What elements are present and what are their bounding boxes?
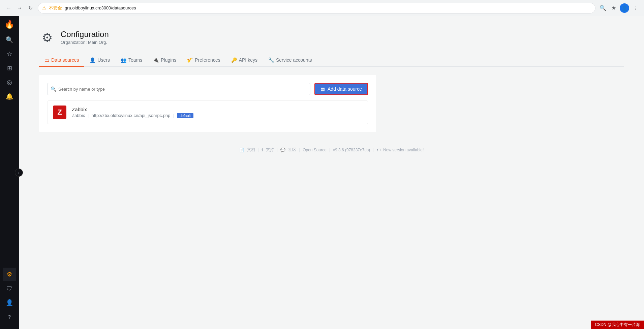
meta-separator-2: | [173, 113, 174, 118]
datasource-name: Zabbix [72, 107, 362, 112]
tab-data-sources[interactable]: 🗃 Data sources [39, 54, 84, 67]
gear-icon: ⚙ [42, 31, 53, 45]
sidebar-collapse-button[interactable]: › [15, 169, 23, 177]
preferences-tab-icon: 🎷 [187, 57, 193, 63]
footer-new-version: New version available! [383, 148, 424, 152]
grafana-logo-icon: 🔥 [4, 20, 14, 29]
alerting-icon: 🔔 [6, 93, 13, 100]
page-subtitle: Organization: Main Org. [61, 40, 109, 45]
teams-tab-label: Teams [128, 57, 142, 63]
footer-docs: 文档 [247, 147, 255, 153]
page-header: ⚙ Configuration Organization: Main Org. [39, 30, 624, 46]
service-accounts-tab-icon: 🔧 [268, 57, 274, 63]
back-button[interactable]: ← [4, 3, 13, 13]
footer-support-icon: ℹ [262, 148, 263, 152]
search-input-wrap: 🔍 [47, 83, 310, 95]
main-content: ⚙ Configuration Organization: Main Org. … [19, 16, 644, 329]
api-keys-tab-label: API keys [239, 57, 257, 63]
browser-nav-buttons: ← → ↻ [4, 3, 35, 13]
browser-right-controls: 🔍 ★ 👤 ⋮ [598, 3, 640, 13]
footer-version: v9.3.6 (978237e7cb) [333, 148, 370, 152]
address-bar[interactable]: ⚠ 不安全 gra.oldboylinux.cn:3000/datasource… [38, 3, 595, 13]
add-datasource-icon: ▦ [320, 86, 325, 92]
datasource-info: Zabbix Zabbix | http://zbx.oldboylinux.c… [72, 107, 362, 118]
zabbix-logo-letter: Z [57, 108, 62, 117]
datasource-url: http://zbx.oldboylinux.cn/api_jsonrpc.ph… [91, 113, 170, 118]
shield-icon: 🛡 [6, 285, 12, 292]
help-icon: ? [8, 314, 11, 320]
page-icon: ⚙ [39, 30, 55, 46]
meta-separator: | [88, 113, 89, 118]
security-warning-icon: ⚠ [42, 5, 46, 10]
tab-api-keys[interactable]: 🔑 API keys [226, 54, 263, 67]
profile-icon: 👤 [6, 299, 13, 306]
tab-teams[interactable]: 👥 Teams [115, 54, 148, 67]
search-row: 🔍 ▦ Add data source [47, 83, 368, 95]
forward-button[interactable]: → [15, 3, 24, 13]
sidebar-item-alerting[interactable]: 🔔 [3, 90, 16, 103]
service-accounts-tab-label: Service accounts [276, 57, 312, 63]
csdn-bottom-bar: CSDN @我心中有一片海 [591, 321, 644, 329]
plugins-tab-label: Plugins [161, 57, 176, 63]
datasource-meta: Zabbix | http://zbx.oldboylinux.cn/api_j… [72, 113, 362, 118]
footer-open-source: Open Source [303, 148, 327, 152]
footer-support: 支持 [266, 147, 274, 153]
footer-docs-icon: 📄 [239, 148, 244, 152]
page-title-wrap: Configuration Organization: Main Org. [61, 30, 109, 45]
search-input[interactable] [47, 83, 310, 95]
profile-button[interactable]: 👤 [620, 3, 629, 13]
url-text: gra.oldboylinux.cn:3000/datasources [65, 5, 591, 10]
sidebar-item-search[interactable]: 🔍 [3, 33, 16, 47]
sidebar-item-profile[interactable]: 👤 [3, 296, 16, 309]
page-footer: 📄 文档 | ℹ 支持 | 💬 社区 | Open Source | v9.3.… [39, 143, 624, 157]
page-title: Configuration [61, 30, 109, 39]
tab-plugins[interactable]: 🔌 Plugins [148, 54, 182, 67]
security-warning-text: 不安全 [49, 5, 62, 11]
add-datasource-label: Add data source [328, 86, 362, 92]
tab-users[interactable]: 👤 Users [84, 54, 115, 67]
datasource-logo: Z [53, 106, 66, 119]
tab-service-accounts[interactable]: 🔧 Service accounts [263, 54, 317, 67]
api-keys-tab-icon: 🔑 [231, 57, 237, 63]
datasource-badge: default [177, 113, 193, 118]
sidebar-item-help[interactable]: ? [3, 310, 16, 324]
table-row[interactable]: Z Zabbix Zabbix | http://zbx.oldboylinux… [47, 100, 368, 124]
app-layout: › 🔥 🔍 ☆ ⊞ ◎ 🔔 ⚙ [0, 16, 644, 329]
sidebar-top: 🔥 🔍 ☆ ⊞ ◎ 🔔 [3, 19, 16, 266]
configuration-icon: ⚙ [7, 271, 12, 278]
tabs-bar: 🗃 Data sources 👤 Users 👥 Teams 🔌 Plugins… [39, 54, 624, 67]
browser-menu-button[interactable]: ⋮ [631, 3, 640, 13]
bookmark-button[interactable]: ★ [609, 3, 618, 13]
sidebar-item-explore[interactable]: ◎ [3, 76, 16, 89]
datasource-list: Z Zabbix Zabbix | http://zbx.oldboylinux… [47, 100, 368, 124]
explore-icon: ◎ [7, 79, 12, 86]
footer-community: 社区 [288, 147, 296, 153]
sidebar-logo: 🔥 [4, 19, 15, 30]
browser-search-button[interactable]: 🔍 [598, 3, 608, 13]
sidebar-item-configuration[interactable]: ⚙ [3, 268, 16, 281]
data-sources-tab-label: Data sources [51, 57, 79, 63]
star-icon: ☆ [7, 50, 12, 58]
browser-chrome: ← → ↻ ⚠ 不安全 gra.oldboylinux.cn:3000/data… [0, 0, 644, 16]
sidebar: › 🔥 🔍 ☆ ⊞ ◎ 🔔 ⚙ [0, 16, 19, 329]
content-card: 🔍 ▦ Add data source Z Zabbix [39, 75, 376, 132]
teams-tab-icon: 👥 [121, 57, 126, 63]
add-datasource-button[interactable]: ▦ Add data source [314, 83, 368, 95]
users-tab-icon: 👤 [90, 57, 95, 63]
csdn-bar-text: CSDN @我心中有一片海 [595, 322, 640, 327]
users-tab-label: Users [97, 57, 110, 63]
dashboards-icon: ⊞ [7, 64, 12, 72]
data-sources-tab-icon: 🗃 [44, 57, 49, 63]
search-icon: 🔍 [6, 36, 13, 43]
footer-community-icon: 💬 [280, 148, 285, 152]
tab-preferences[interactable]: 🎷 Preferences [182, 54, 225, 67]
sidebar-item-starred[interactable]: ☆ [3, 47, 16, 61]
reload-button[interactable]: ↻ [26, 3, 35, 13]
search-input-icon: 🔍 [51, 86, 56, 92]
footer-update-icon: 🏷 [376, 148, 380, 152]
preferences-tab-label: Preferences [195, 57, 220, 63]
datasource-type: Zabbix [72, 113, 85, 118]
sidebar-bottom: ⚙ 🛡 👤 ? [3, 268, 16, 329]
sidebar-item-dashboards[interactable]: ⊞ [3, 61, 16, 75]
sidebar-item-server-admin[interactable]: 🛡 [3, 282, 16, 295]
